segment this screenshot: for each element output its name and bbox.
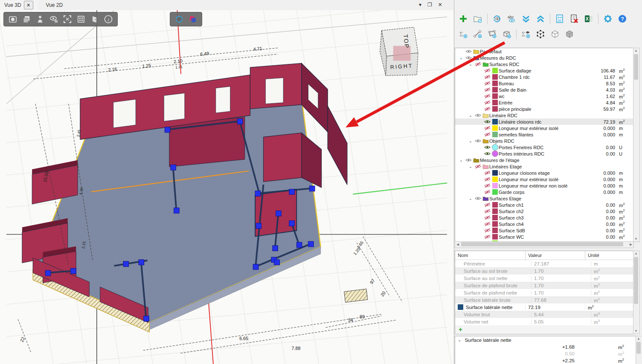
visibility-off-eye-icon[interactable] <box>483 222 491 226</box>
tree-row[interactable]: ⌄Surfaces RDC <box>455 61 633 67</box>
tree-expand-chevron-icon[interactable]: ⌄ <box>467 164 474 169</box>
table-vertical-scrollbar[interactable]: ▲▼ <box>633 251 640 334</box>
add-property-button[interactable]: + <box>455 325 633 333</box>
layers-icon[interactable] <box>21 14 32 25</box>
table-row[interactable]: Surface au sol nette1.70m2 <box>455 274 633 282</box>
table-row[interactable]: Volume brut5.44m3 <box>455 311 633 318</box>
visibility-off-eye-icon[interactable] <box>483 100 491 105</box>
table-row[interactable]: Surface latérale nette72.19m2 <box>455 303 633 311</box>
visibility-off-eye-icon[interactable] <box>483 75 491 79</box>
visibility-off-eye-icon[interactable] <box>483 183 491 188</box>
detail-row[interactable]: +1.68m2 <box>455 344 636 350</box>
tab-vue-3d[interactable]: Vue 3D ✕ <box>0 0 38 10</box>
float-window-icon[interactable]: ❐ <box>427 1 432 9</box>
chevrons-down-icon[interactable] <box>520 13 532 25</box>
visibility-eye-icon[interactable] <box>483 119 491 124</box>
visibility-off-eye-icon[interactable] <box>483 209 491 214</box>
visibility-eye-icon[interactable] <box>465 158 472 162</box>
measure-area-icon[interactable] <box>486 28 499 40</box>
visibility-eye-icon[interactable] <box>483 151 491 156</box>
tree-row[interactable]: Longueur mur extérieur non isolé0.000m <box>455 182 633 189</box>
delete-document-icon[interactable] <box>568 13 581 25</box>
gear-icon[interactable] <box>601 13 614 25</box>
tree-row[interactable]: ⌄Mesures de l'étage <box>455 157 633 163</box>
cube-gray-icon[interactable] <box>563 28 576 40</box>
tree-row[interactable]: pièce principale59.97m2 <box>455 106 633 112</box>
table-row[interactable]: Surface latérale brute77.68m2 <box>455 296 633 303</box>
visibility-off-eye-icon[interactable] <box>483 215 491 220</box>
tree-expand-chevron-icon[interactable]: ⌄ <box>467 196 474 201</box>
visibility-eye-icon[interactable] <box>474 139 482 143</box>
visibility-eye-icon[interactable] <box>474 113 482 118</box>
dock-menu-icon[interactable]: ▾ <box>419 1 421 9</box>
measure-volume-icon[interactable] <box>500 28 513 40</box>
open-folder-icon[interactable] <box>471 13 484 25</box>
excel-icon[interactable]: X <box>582 13 595 25</box>
viewport-3d[interactable]: 2.16 1.25 2.10 1.21 6.49 4.71 15.08 2.45… <box>0 10 453 364</box>
tab-vue-2d[interactable]: Vue 2D <box>42 0 67 10</box>
filter-shapes-icon[interactable] <box>187 14 198 25</box>
eye-lock-icon[interactable] <box>48 14 59 25</box>
tree-row[interactable]: ⌄Surfaces Etage <box>455 195 633 202</box>
view-cube[interactable]: TOP RIGHT <box>380 27 418 76</box>
info-icon[interactable]: i <box>103 14 114 25</box>
report-document-icon[interactable] <box>553 13 566 25</box>
measure-tree[interactable]: Par défaut⌄Mesures du RDC⌄Surfaces RDCSu… <box>455 48 633 242</box>
tree-row[interactable]: Surface WC0.00m2 <box>455 234 633 240</box>
add-icon[interactable] <box>457 13 470 25</box>
detail-row[interactable]: +2.25m2 <box>455 357 636 364</box>
sum-linear-icon[interactable]: Σ <box>457 28 470 40</box>
tree-row[interactable]: Salle de Bain4.03m2 <box>455 87 633 93</box>
col-header-unite[interactable]: Unité <box>585 251 633 260</box>
col-header-valeur[interactable]: Valeur <box>525 251 585 260</box>
collapse-chevron-icon[interactable]: ⌄ <box>458 338 461 342</box>
door-icon[interactable] <box>89 14 100 25</box>
tree-row[interactable]: Chambre 1 rdc11.67m2 <box>455 74 633 80</box>
visibility-off-eye-icon[interactable] <box>483 94 491 98</box>
table-row[interactable]: Surface au sol brute1.70m2 <box>455 267 633 274</box>
visibility-off-eye-icon[interactable] <box>483 177 491 182</box>
visibility-eye-icon[interactable] <box>474 196 482 201</box>
tree-row[interactable]: Surface ch30.00m2 <box>455 214 633 221</box>
visibility-eye-icon[interactable] <box>465 49 472 54</box>
tree-row[interactable]: Garde corps0.000m <box>455 189 633 195</box>
visibility-off-eye-icon[interactable] <box>483 107 491 111</box>
cube-white-icon[interactable] <box>549 28 561 40</box>
visibility-off-eye-icon[interactable] <box>483 81 491 86</box>
visibility-off-eye-icon[interactable] <box>483 190 491 194</box>
tree-row[interactable]: ⌄Mesures du RDC <box>455 55 633 61</box>
visibility-off-eye-icon[interactable] <box>474 62 482 66</box>
person-icon[interactable] <box>35 14 46 25</box>
chevrons-up-icon[interactable] <box>534 13 547 25</box>
orbit-eye-icon[interactable] <box>174 14 185 25</box>
tree-row[interactable]: Bureau8.53m2 <box>455 80 633 87</box>
tree-row[interactable]: ⌄Linéaire RDC <box>455 112 633 118</box>
tree-vertical-scrollbar[interactable]: ▲▼ <box>633 48 640 242</box>
visibility-off-eye-icon[interactable] <box>474 164 482 169</box>
measure-properties-table[interactable]: NomValeurUnitéPérimètre27.187mSurface au… <box>455 251 634 334</box>
tree-row[interactable]: Surface ch10.00m2 <box>455 202 633 208</box>
tree-row[interactable]: Par défaut <box>455 48 633 55</box>
tree-row[interactable]: Surface ch20.00m2 <box>455 208 633 214</box>
tree-row[interactable]: Linéaire cloisons rdc72.19m2 <box>455 118 633 125</box>
tree-row[interactable]: Longueur mur extérieur isolé0.000m <box>455 176 633 182</box>
tree-expand-chevron-icon[interactable]: ⌄ <box>467 62 474 66</box>
visibility-off-eye-icon[interactable] <box>483 132 491 137</box>
tree-expand-chevron-icon[interactable]: ⌄ <box>458 158 465 162</box>
tree-expand-chevron-icon[interactable]: ⌄ <box>458 55 465 60</box>
tree-row[interactable]: Portes Fenetres RDC0.00U <box>455 144 633 150</box>
tree-row[interactable]: Longueur mur extérieur isolé0.000m <box>455 125 633 131</box>
abc-eye-icon[interactable]: abc <box>505 13 518 25</box>
table-row[interactable]: Périmètre27.187m <box>455 260 633 267</box>
help-icon[interactable]: ? <box>616 13 629 25</box>
visibility-off-eye-icon[interactable] <box>483 228 491 233</box>
camera-icon[interactable] <box>7 14 18 25</box>
tree-row[interactable]: Surface dallage106.48m2 <box>455 67 633 74</box>
tree-row[interactable]: Entrée4.84m2 <box>455 99 633 106</box>
tree-expand-chevron-icon[interactable]: ⌄ <box>467 113 474 118</box>
measure-detail-panel[interactable]: ⌄Surface latérale nette+1.68m20.50m2+2.2… <box>455 336 636 364</box>
table-row[interactable]: Surface de plafond brute1.70m2 <box>455 282 633 289</box>
tree-row[interactable]: semelles filantes0.000m <box>455 131 633 138</box>
tree-row[interactable]: ⌄Linéaires Etage <box>455 163 633 170</box>
visibility-off-eye-icon[interactable] <box>483 126 491 130</box>
